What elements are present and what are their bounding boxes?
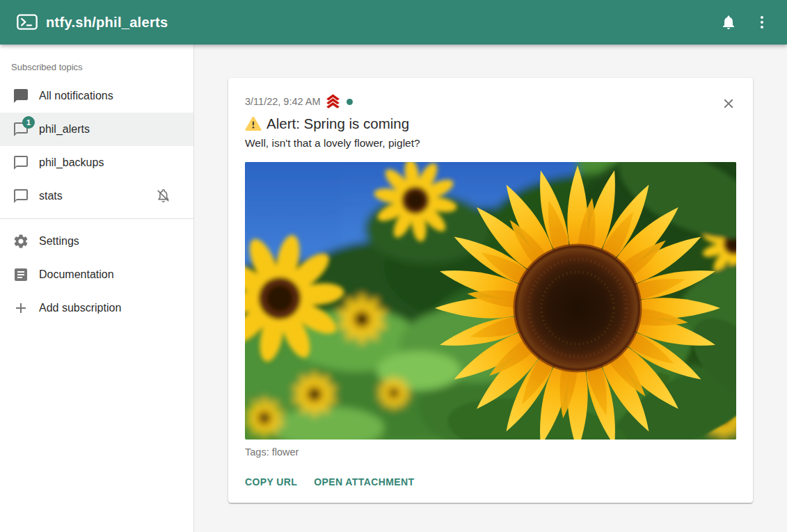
unread-count-badge: 1	[22, 116, 35, 129]
app-bar: ntfy.sh/phil_alerts	[0, 0, 787, 45]
sidebar-item-phil-backups[interactable]: phil_backups	[0, 146, 193, 179]
sidebar-item-add-subscription[interactable]: Add subscription	[0, 291, 193, 325]
bell-icon	[720, 14, 737, 31]
chat-bubble-outline-icon	[13, 188, 29, 204]
copy-url-button[interactable]: COPY URL	[245, 471, 297, 493]
sidebar-item-label: All notifications	[39, 90, 113, 102]
sidebar-item-all-notifications[interactable]: All notifications	[0, 79, 193, 113]
sidebar-item-label: Settings	[39, 235, 79, 248]
tags-label: Tags: flower	[245, 446, 736, 458]
sidebar: Subscribed topics All notifications 1 ph…	[0, 45, 194, 532]
kebab-menu-icon	[754, 14, 770, 31]
priority-max-chevrons-icon	[325, 94, 341, 109]
open-attachment-button[interactable]: OPEN ATTACHMENT	[314, 471, 414, 493]
plus-icon	[13, 300, 29, 316]
notification-card: 3/11/22, 9:42 AM	[228, 78, 753, 503]
sidebar-item-settings[interactable]: Settings	[0, 225, 193, 258]
page-title: ntfy.sh/phil_alerts	[46, 15, 168, 31]
close-notification-button[interactable]	[720, 95, 738, 113]
sidebar-divider	[0, 218, 193, 219]
kebab-menu-button[interactable]	[748, 8, 776, 36]
article-icon	[13, 266, 29, 283]
sidebar-item-label: Documentation	[39, 268, 114, 281]
sidebar-item-label: Add subscription	[39, 302, 121, 314]
chat-bubble-filled-icon	[13, 88, 29, 104]
notifications-off-icon	[154, 188, 171, 204]
subscribed-topics-label: Subscribed topics	[0, 45, 193, 79]
sidebar-item-documentation[interactable]: Documentation	[0, 258, 193, 291]
sidebar-item-phil-alerts[interactable]: 1 phil_alerts	[0, 113, 193, 146]
ntfy-terminal-logo-icon	[17, 14, 38, 31]
card-actions: COPY URL OPEN ATTACHMENT	[245, 471, 736, 493]
notifications-bell-button[interactable]	[715, 8, 742, 36]
warning-triangle-icon	[245, 116, 262, 131]
chat-bubble-outline-icon: 1	[13, 121, 29, 138]
gear-icon	[13, 233, 29, 250]
main-content: 3/11/22, 9:42 AM	[194, 45, 787, 532]
attachment-image[interactable]	[245, 162, 736, 440]
notification-title: Alert: Spring is coming	[245, 114, 736, 133]
chat-bubble-outline-icon	[13, 154, 29, 171]
notification-title-text: Alert: Spring is coming	[267, 114, 409, 133]
sidebar-item-label: phil_alerts	[39, 123, 90, 136]
timestamp: 3/11/22, 9:42 AM	[245, 96, 321, 107]
close-icon	[721, 96, 736, 111]
sidebar-item-stats[interactable]: stats	[0, 179, 193, 213]
notification-message: Well, isn't that a lovely flower, piglet…	[245, 136, 736, 150]
sidebar-item-label: stats	[39, 190, 63, 202]
sidebar-item-label: phil_backups	[39, 156, 104, 169]
notification-meta: 3/11/22, 9:42 AM	[245, 95, 736, 108]
unread-dot	[347, 99, 353, 105]
